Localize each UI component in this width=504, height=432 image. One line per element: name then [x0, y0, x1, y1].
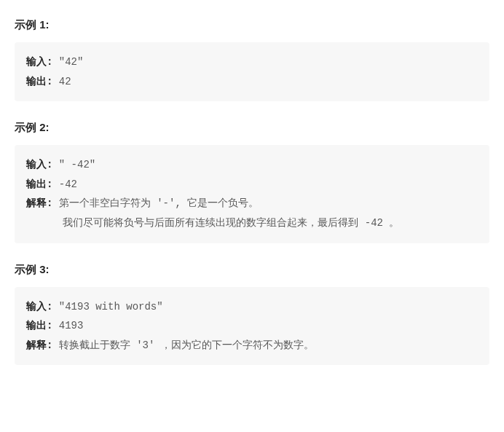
example-2-input-row: 输入: " -42"	[26, 155, 478, 175]
explain-label: 解释:	[26, 339, 59, 351]
example-1-input-row: 输入: "42"	[26, 52, 478, 72]
example-3-heading: 示例 3:	[15, 261, 489, 278]
example-2-block: 输入: " -42" 输出: -42 解释: 第一个非空白字符为 '-', 它是…	[15, 145, 489, 243]
example-3-output-row: 输出: 4193	[26, 316, 478, 336]
example-1-block: 输入: "42" 输出: 42	[15, 42, 489, 101]
input-value: " -42"	[59, 159, 95, 170]
input-label: 输入:	[26, 301, 59, 313]
example-2-output-row: 输出: -42	[26, 175, 478, 195]
example-3-block: 输入: "4193 with words" 输出: 4193 解释: 转换截止于…	[15, 287, 489, 366]
example-1-output-row: 输出: 42	[26, 72, 478, 92]
explain-text-2: 我们尽可能将负号与后面所有连续出现的数字组合起来，最后得到 -42 。	[26, 213, 399, 233]
example-3-input-row: 输入: "4193 with words"	[26, 297, 478, 317]
output-value: -42	[59, 178, 77, 190]
input-value: "4193 with words"	[59, 301, 163, 313]
example-2-explain-row2: 我们尽可能将负号与后面所有连续出现的数字组合起来，最后得到 -42 。	[26, 213, 478, 233]
example-2-heading: 示例 2:	[15, 119, 489, 136]
output-label: 输出:	[26, 76, 59, 87]
explain-text: 转换截止于数字 '3' ，因为它的下一个字符不为数字。	[59, 339, 314, 351]
explain-label: 解释:	[26, 197, 59, 209]
example-1-heading: 示例 1:	[15, 16, 489, 34]
output-value: 42	[59, 76, 71, 87]
output-label: 输出:	[26, 320, 59, 331]
input-label: 输入:	[26, 56, 59, 68]
output-value: 4193	[59, 320, 84, 331]
input-label: 输入:	[26, 159, 59, 170]
output-label: 输出:	[26, 178, 59, 190]
example-2-explain-row1: 解释: 第一个非空白字符为 '-', 它是一个负号。	[26, 194, 478, 213]
explain-text-1: 第一个非空白字符为 '-', 它是一个负号。	[59, 197, 259, 209]
input-value: "42"	[59, 56, 84, 68]
example-3-explain-row: 解释: 转换截止于数字 '3' ，因为它的下一个字符不为数字。	[26, 336, 478, 356]
